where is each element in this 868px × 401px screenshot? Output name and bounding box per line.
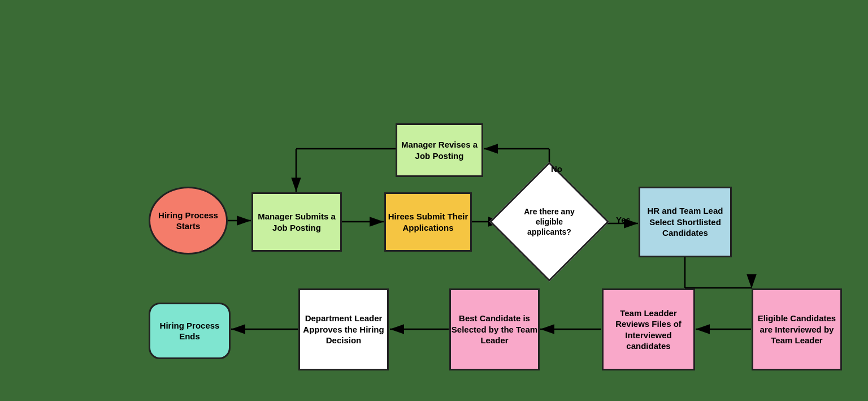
flowchart-diagram: Hiring Process Starts Manager Submits a … xyxy=(0,0,868,401)
team-leader-reviews-label: Team Leadder Reviews Files of Interviewe… xyxy=(604,308,693,352)
hiring-start-label: Hiring Process Starts xyxy=(150,210,226,232)
team-leader-reviews-node: Team Leadder Reviews Files of Interviewe… xyxy=(602,288,695,370)
hirees-submit-label: Hirees Submit Their Applications xyxy=(386,211,470,233)
no-label: No xyxy=(551,164,562,174)
eligible-interviewed-label: Eligible Candidates are Interviewed by T… xyxy=(753,313,840,346)
hiring-start-node: Hiring Process Starts xyxy=(149,187,228,255)
best-candidate-node: Best Candidate is Selected by the Team L… xyxy=(449,288,540,370)
hirees-submit-node: Hirees Submit Their Applications xyxy=(384,192,472,252)
hr-select-label: HR and Team Lead Select Shortlisted Cand… xyxy=(640,205,730,239)
yes-label: Yes xyxy=(616,215,631,225)
dept-approves-node: Department Leader Approves the Hiring De… xyxy=(298,288,389,370)
manager-revise-node: Manager Revises a Job Posting xyxy=(396,123,483,177)
hiring-end-node: Hiring Process Ends xyxy=(149,303,231,359)
eligible-diamond-container: Are there any eligible applicants? xyxy=(505,177,594,266)
manager-submit-node: Manager Submits a Job Posting xyxy=(251,192,342,252)
manager-revise-label: Manager Revises a Job Posting xyxy=(397,139,481,161)
dept-approves-label: Department Leader Approves the Hiring De… xyxy=(300,313,387,346)
best-candidate-label: Best Candidate is Selected by the Team L… xyxy=(451,313,538,346)
hiring-end-label: Hiring Process Ends xyxy=(150,320,229,342)
eligible-diamond-label: Are there any eligible applicants? xyxy=(518,206,580,238)
manager-submit-label: Manager Submits a Job Posting xyxy=(253,211,340,233)
eligible-interviewed-node: Eligible Candidates are Interviewed by T… xyxy=(752,288,842,370)
hr-select-node: HR and Team Lead Select Shortlisted Cand… xyxy=(639,187,732,257)
